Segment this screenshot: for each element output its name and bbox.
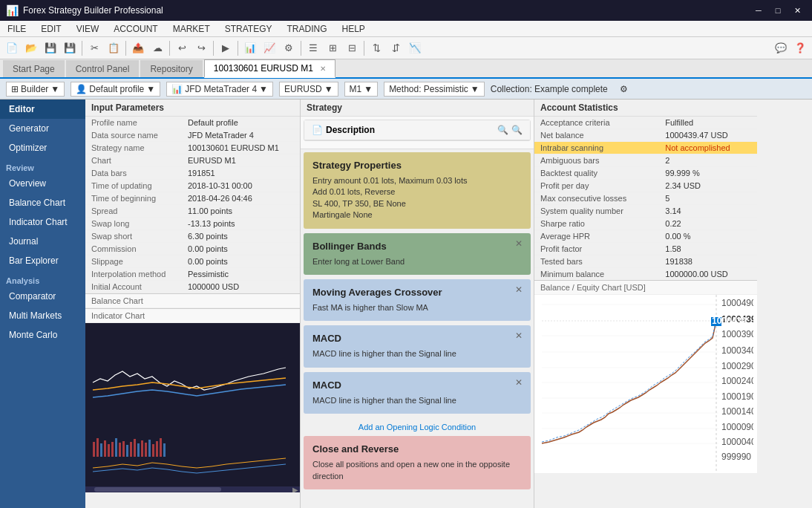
card-close-button[interactable]: ✕ bbox=[513, 284, 525, 296]
tb-chat[interactable]: 💬 bbox=[772, 39, 790, 57]
sidebar-item-multi-markets[interactable]: Multi Markets bbox=[0, 306, 85, 325]
symbol-dropdown[interactable]: EURUSD ▼ bbox=[279, 82, 338, 97]
tb-filter2[interactable]: ⇵ bbox=[387, 39, 405, 57]
menu-file[interactable]: FILE bbox=[0, 22, 33, 36]
app-title: Forex Strategy Builder Professional bbox=[23, 5, 750, 16]
table-row: Time of updating2018-10-31 00:00 bbox=[85, 180, 300, 192]
svg-rect-16 bbox=[148, 440, 151, 457]
period-dropdown[interactable]: M1 ▼ bbox=[344, 82, 379, 97]
tb-open[interactable]: 📂 bbox=[22, 39, 40, 57]
chart-scrollbar[interactable] bbox=[94, 487, 221, 492]
svg-rect-17 bbox=[152, 444, 154, 457]
sidebar-item-editor[interactable]: Editor bbox=[0, 100, 85, 119]
tb-filter[interactable]: ⇅ bbox=[367, 39, 385, 57]
tb-redo[interactable]: ↪ bbox=[192, 39, 210, 57]
table-row: Data source nameJFD MetaTrader 4 bbox=[85, 129, 300, 142]
strategy-scroll-area[interactable]: Strategy PropertiesEntry amount 0.01 lot… bbox=[301, 149, 534, 508]
svg-text:1000090: 1000090 bbox=[721, 422, 753, 432]
tb-play[interactable]: ▶ bbox=[217, 39, 235, 57]
card-close-button[interactable]: ✕ bbox=[513, 330, 525, 342]
analysis-group-label: Analysis bbox=[0, 270, 85, 287]
tb-new[interactable]: 📄 bbox=[3, 39, 21, 57]
sidebar-item-comparator[interactable]: Comparator bbox=[0, 287, 85, 306]
sidebar-item-generator[interactable]: Generator bbox=[0, 119, 85, 138]
title-bar: 📊 Forex Strategy Builder Professional ─ … bbox=[0, 0, 812, 21]
toolbar-sep-6 bbox=[301, 41, 301, 56]
menu-view[interactable]: VIEW bbox=[69, 22, 107, 36]
table-row: Swap long-13.13 points bbox=[85, 218, 300, 230]
tb-help[interactable]: ❓ bbox=[791, 39, 809, 57]
tb-chart2[interactable]: 📈 bbox=[261, 39, 278, 57]
chevron-down-icon: ▼ bbox=[50, 84, 59, 94]
sidebar-item-overview[interactable]: Overview bbox=[0, 174, 85, 193]
svg-rect-19 bbox=[160, 438, 162, 457]
svg-rect-13 bbox=[137, 443, 140, 457]
svg-rect-18 bbox=[156, 441, 158, 457]
table-row: Average HPR0.00 % bbox=[534, 230, 757, 243]
sidebar-item-monte-carlo[interactable]: Monte Carlo bbox=[0, 325, 85, 345]
svg-rect-1 bbox=[93, 442, 95, 457]
strategy-card-macd1: MACDMACD line is higher than the Signal … bbox=[304, 325, 531, 367]
svg-rect-9 bbox=[122, 441, 125, 457]
method-dropdown[interactable]: Method: Pessimistic ▼ bbox=[384, 82, 485, 97]
tb-export[interactable]: 📤 bbox=[129, 39, 147, 57]
sidebar-item-balance-chart[interactable]: Balance Chart bbox=[0, 193, 85, 212]
tab-start-page[interactable]: Start Page bbox=[3, 60, 65, 77]
indicator-chart-label: Indicator Chart bbox=[85, 309, 300, 323]
sidebar-item-bar-explorer[interactable]: Bar Explorer bbox=[0, 251, 85, 270]
strategy-card-bollinger: Bollinger BandsEnter long at Lower Band✕ bbox=[304, 233, 531, 275]
svg-text:1000439: 1000439 bbox=[712, 316, 747, 326]
svg-rect-12 bbox=[134, 439, 136, 457]
svg-rect-5 bbox=[108, 444, 110, 457]
card-close-button[interactable]: ✕ bbox=[513, 238, 525, 250]
card-close-button[interactable]: ✕ bbox=[513, 377, 525, 388]
tb-export2[interactable]: ☁ bbox=[148, 39, 166, 57]
toolbar-sep-4 bbox=[213, 41, 214, 56]
tab-active[interactable]: 100130601 EURUSD M1 ✕ bbox=[204, 59, 335, 78]
broker-dropdown[interactable]: 📊 JFD MetaTrader 4 ▼ bbox=[166, 82, 273, 97]
svg-rect-20 bbox=[163, 443, 166, 457]
left-column: Input Parameters Profile nameDefault pro… bbox=[85, 100, 301, 508]
sidebar-item-journal[interactable]: Journal bbox=[0, 232, 85, 251]
description-card: 📄 Description 🔍 🔍 bbox=[304, 120, 531, 141]
scroll-right-btn[interactable]: ▶ bbox=[292, 486, 298, 493]
menu-edit[interactable]: EDIT bbox=[33, 22, 68, 36]
tb-grid[interactable]: ⊞ bbox=[324, 39, 341, 57]
add-opening-logic-button[interactable]: Add an Opening Logic Condition bbox=[304, 418, 531, 436]
sidebar-item-optimizer[interactable]: Optimizer bbox=[0, 138, 85, 157]
table-row: Time of beginning2018-04-26 04:46 bbox=[85, 192, 300, 205]
sidebar-item-indicator-chart[interactable]: Indicator Chart bbox=[0, 212, 85, 232]
builder-dropdown[interactable]: ⊞ Builder ▼ bbox=[6, 82, 65, 97]
menu-trading[interactable]: TRADING bbox=[280, 22, 335, 36]
tab-close-icon[interactable]: ✕ bbox=[320, 65, 326, 73]
maximize-button[interactable]: □ bbox=[769, 3, 787, 18]
tb-chart3[interactable]: 📉 bbox=[406, 39, 424, 57]
minimize-button[interactable]: ─ bbox=[750, 3, 767, 18]
tab-repository[interactable]: Repository bbox=[140, 60, 202, 77]
svg-rect-4 bbox=[104, 440, 106, 457]
chevron-down-icon: ▼ bbox=[364, 84, 373, 94]
tb-cut[interactable]: ✂ bbox=[85, 39, 103, 57]
svg-rect-0 bbox=[85, 323, 293, 486]
zoom-out-icon[interactable]: 🔍 bbox=[511, 125, 523, 135]
tb-save[interactable]: 💾 bbox=[42, 39, 59, 57]
tb-gear[interactable]: ⚙ bbox=[280, 39, 298, 57]
tab-control-panel[interactable]: Control Panel bbox=[66, 60, 140, 77]
menu-account[interactable]: ACCOUNT bbox=[106, 22, 165, 36]
balance-chart-title: Balance / Equity Chart [USD] bbox=[534, 281, 757, 295]
close-button[interactable]: ✕ bbox=[788, 3, 806, 18]
svg-text:1000190: 1000190 bbox=[721, 391, 753, 402]
tb-grid2[interactable]: ⊟ bbox=[343, 39, 361, 57]
tb-copy[interactable]: 📋 bbox=[105, 39, 122, 57]
zoom-in-icon[interactable]: 🔍 bbox=[497, 125, 508, 135]
svg-rect-10 bbox=[126, 445, 128, 457]
menu-market[interactable]: MARKET bbox=[166, 22, 217, 36]
tb-list[interactable]: ☰ bbox=[304, 39, 322, 57]
tb-undo[interactable]: ↩ bbox=[173, 39, 191, 57]
profile-dropdown[interactable]: 👤 Default profile ▼ bbox=[71, 82, 160, 97]
settings-icon[interactable]: ⚙ bbox=[620, 84, 628, 94]
menu-help[interactable]: HELP bbox=[335, 22, 373, 36]
tb-save2[interactable]: 💾 bbox=[61, 39, 79, 57]
menu-strategy[interactable]: STRATEGY bbox=[217, 22, 280, 36]
tb-chart[interactable]: 📊 bbox=[241, 39, 259, 57]
